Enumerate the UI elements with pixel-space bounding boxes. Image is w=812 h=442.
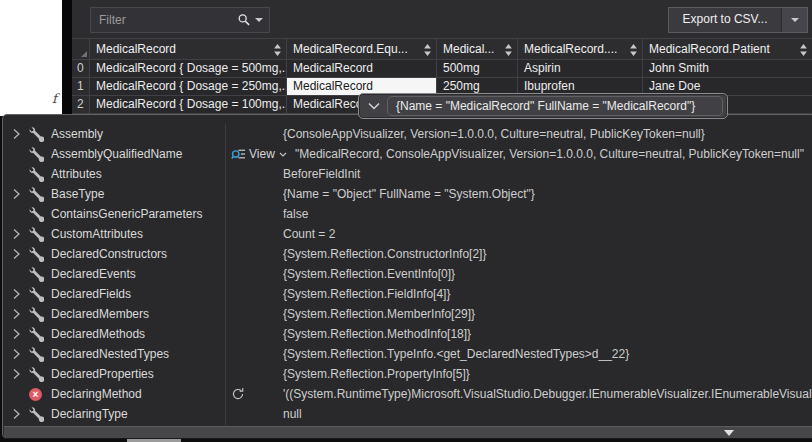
member-value: Count = 2 <box>283 224 812 244</box>
row-number-cell[interactable]: 0 <box>72 60 90 78</box>
row-number-cell[interactable]: 1 <box>72 78 90 96</box>
tree-row[interactable]: Assembly{ConsoleAppVisualizer, Version=1… <box>3 124 812 144</box>
tree-row[interactable]: DeclaredNestedTypes{System.Reflection.Ty… <box>3 344 812 364</box>
expander-chevron-icon[interactable] <box>9 228 23 240</box>
member-value: {System.Reflection.MethodInfo[18]} <box>283 324 812 344</box>
member-value: '((System.RuntimeType)Microsoft.VisualSt… <box>283 384 812 404</box>
tree-row[interactable]: DeclaredMembers{System.Reflection.Member… <box>3 304 812 324</box>
member-value: {System.Reflection.ConstructorInfo[2]} <box>283 244 812 264</box>
member-name: DeclaringType <box>51 404 223 424</box>
filter-box[interactable] <box>90 7 270 33</box>
sort-arrows-icon[interactable] <box>629 44 638 59</box>
table-cell[interactable]: MedicalRecord <box>287 60 437 78</box>
member-name: ContainsGenericParameters <box>51 204 223 224</box>
expander-chevron-icon[interactable] <box>9 348 23 360</box>
column-header[interactable]: MedicalRecord.Patient <box>643 38 812 60</box>
expander-chevron-icon[interactable] <box>9 188 23 200</box>
export-csv-button[interactable]: Export to CSV... <box>668 7 808 33</box>
datatip-pill[interactable]: {Name = "MedicalRecord" FullName = "Medi… <box>358 93 728 119</box>
filter-input[interactable] <box>91 13 237 27</box>
sort-arrows-icon[interactable] <box>799 44 808 56</box>
column-header[interactable]: MedicalRecord.Equ... <box>287 38 437 60</box>
view-button-label: View <box>249 147 275 161</box>
tree-row[interactable]: DeclaringTypenull <box>3 404 812 424</box>
column-header-label: MedicalRecord.Equ... <box>287 39 408 59</box>
tree-row[interactable]: DeclaredEvents{System.Reflection.EventIn… <box>3 264 812 284</box>
property-wrench-icon <box>29 327 44 342</box>
error-icon: × <box>29 387 44 402</box>
expander-chevron-icon[interactable] <box>9 248 23 260</box>
column-header[interactable]: MedicalRecord <box>90 38 287 60</box>
table-cell[interactable]: MedicalRecord { Dosage = 500mg,... <box>90 60 287 78</box>
sort-arrows-icon[interactable] <box>423 44 432 59</box>
column-header-label: MedicalRecord.Patient <box>643 39 770 59</box>
sort-arrows-icon[interactable] <box>629 44 638 56</box>
sort-arrows-icon[interactable] <box>504 44 513 56</box>
view-visualizer-button[interactable]: View <box>231 144 288 164</box>
tree-row[interactable]: AttributesBeforeFieldInit <box>3 164 812 184</box>
expander-chevron-icon[interactable] <box>9 288 23 300</box>
expander-chevron-icon[interactable] <box>9 328 23 340</box>
sort-arrows-icon[interactable] <box>273 44 282 56</box>
sort-arrows-icon[interactable] <box>799 44 808 59</box>
chevron-down-icon[interactable] <box>255 18 263 22</box>
table-cell[interactable]: Aspirin <box>518 60 643 78</box>
column-header[interactable]: MedicalRecord.... <box>518 38 643 60</box>
chevron-down-icon <box>791 18 799 22</box>
scroll-down-icon[interactable] <box>724 430 734 436</box>
member-name: DeclaredProperties <box>51 364 223 384</box>
sort-arrows-icon[interactable] <box>504 44 513 59</box>
chevron-down-icon[interactable] <box>278 150 288 159</box>
property-wrench-icon <box>29 167 44 182</box>
tree-row[interactable]: ContainsGenericParametersfalse <box>3 204 812 224</box>
column-header-label: Medical... <box>437 39 494 59</box>
column-header-label: MedicalRecord.... <box>518 39 617 59</box>
property-wrench-icon <box>29 127 44 142</box>
tree-row[interactable]: AssemblyQualifiedNameView"MedicalRecord,… <box>3 144 812 164</box>
table-cell[interactable]: MedicalRecord { Dosage = 100mg,... <box>90 96 287 114</box>
search-icon[interactable] <box>237 13 251 27</box>
refresh-button[interactable] <box>231 384 245 404</box>
expander-chevron-icon[interactable] <box>9 128 23 140</box>
expander-placeholder <box>9 268 23 280</box>
export-csv-label: Export to CSV... <box>669 8 781 32</box>
member-name: DeclaringMethod <box>51 384 223 404</box>
table-cell[interactable]: John Smith <box>643 60 812 78</box>
property-wrench-icon <box>29 367 44 382</box>
table-cell[interactable]: 500mg <box>437 60 518 78</box>
tree-row[interactable]: DeclaredConstructors{System.Reflection.C… <box>3 244 812 264</box>
magnifier-view-icon <box>231 147 246 162</box>
table-cell[interactable]: MedicalRecord { Dosage = 250mg,... <box>90 78 287 96</box>
screen: f Export to CSV... MedicalRecordMedicalR… <box>0 0 812 442</box>
property-wrench-icon <box>29 227 44 242</box>
tree-row[interactable]: ×DeclaringMethod'((System.RuntimeType)Mi… <box>3 384 812 404</box>
expander-chevron-icon[interactable] <box>9 308 23 320</box>
sort-arrows-icon[interactable] <box>273 44 282 59</box>
popup-scroll-strip[interactable] <box>4 426 812 439</box>
expander-chevron-icon[interactable] <box>9 368 23 380</box>
datatip-value-text: {Name = "MedicalRecord" FullName = "Medi… <box>388 99 695 113</box>
export-csv-dropdown[interactable] <box>781 8 807 32</box>
tree-row[interactable]: DeclaredFields{System.Reflection.FieldIn… <box>3 284 812 304</box>
property-wrench-icon <box>29 347 44 362</box>
member-value: {Name = "Object" FullName = "System.Obje… <box>283 184 812 204</box>
expander-placeholder <box>9 168 23 180</box>
tree-row[interactable]: BaseType{Name = "Object" FullName = "Sys… <box>3 184 812 204</box>
tree-row[interactable]: DeclaredMethods{System.Reflection.Method… <box>3 324 812 344</box>
sort-arrows-icon[interactable] <box>423 44 432 56</box>
member-value: {System.Reflection.EventInfo[0]} <box>283 264 812 284</box>
expander-chevron-icon[interactable] <box>9 408 23 420</box>
datatip-expansion-popup: Assembly{ConsoleAppVisualizer, Version=1… <box>2 114 812 439</box>
property-wrench-icon <box>29 267 44 282</box>
property-wrench-icon <box>29 407 44 422</box>
row-number-cell[interactable]: 2 <box>72 96 90 114</box>
tree-row[interactable]: CustomAttributesCount = 2 <box>3 224 812 244</box>
filter-icon-group[interactable] <box>237 13 269 27</box>
select-all-corner[interactable] <box>72 38 90 60</box>
chevron-down-icon[interactable] <box>366 99 382 113</box>
column-header[interactable]: Medical... <box>437 38 518 60</box>
member-name: Attributes <box>51 164 223 184</box>
tree-row[interactable]: DeclaredProperties{System.Reflection.Pro… <box>3 364 812 384</box>
member-name: CustomAttributes <box>51 224 223 244</box>
expander-placeholder <box>9 148 23 160</box>
